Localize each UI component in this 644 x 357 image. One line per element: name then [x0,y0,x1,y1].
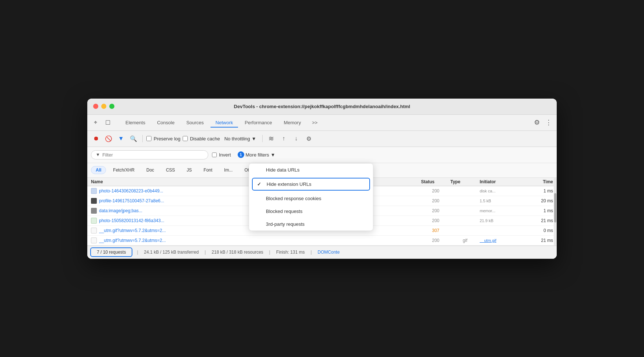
filter-input[interactable] [102,152,198,158]
maximize-button[interactable] [109,104,114,109]
filter-input-wrap: ▼ [91,150,208,159]
tab-performance[interactable]: Performance [239,118,277,128]
type-filter-js[interactable]: JS [182,166,197,174]
hide-extension-urls-check-icon: ✓ [257,181,263,187]
row-filename: photo-1505820013142-f86a343... [99,218,164,223]
third-party-requests-label: 3rd-party requests [266,221,305,227]
preserve-log-label: Preserve log [154,136,180,141]
devtools-window: DevTools - chrome-extension://pejkokffka… [87,99,557,259]
tab-console[interactable]: Console [152,118,180,128]
disable-cache-checkbox-label[interactable]: Disable cache [183,136,220,141]
disable-cache-label: Disable cache [190,136,220,141]
cursor-icon-button[interactable]: ⌖ [90,117,100,128]
tab-icons: ⌖ ☐ [90,117,113,128]
filter-icon-button[interactable]: ▼ [116,133,126,144]
more-filters-label: More filters [246,152,269,158]
row-time: 1 ms [524,188,553,194]
disable-cache-checkbox[interactable] [183,136,188,141]
titlebar: DevTools - chrome-extension://pejkokffka… [87,99,557,115]
invert-checkbox-label[interactable]: Invert [212,152,231,158]
throttling-caret-icon: ▼ [252,136,256,141]
type-filter-all[interactable]: All [91,166,106,174]
dropdown-item-third-party-requests[interactable]: 3rd-party requests [249,218,373,231]
tab-elements[interactable]: Elements [120,118,150,128]
close-button[interactable] [93,104,98,109]
settings-gear-icon[interactable]: ⚙ [532,117,542,128]
row-filename: profile-1496175100457-27a8e6... [99,198,164,203]
scrollbar[interactable] [554,178,557,246]
type-filter-doc[interactable]: Doc [142,166,159,174]
more-filters-caret-icon: ▼ [271,152,275,158]
devtools-body: ⌖ ☐ Elements Console Sources Network Per… [87,115,557,259]
minimize-button[interactable] [101,104,106,109]
row-status: 200 [421,188,450,194]
status-bar: 7 / 10 requests | 24.1 kB / 125 kB trans… [87,246,557,259]
dropdown-item-hide-extension-urls[interactable]: ✓ Hide extension URLs [252,178,370,191]
device-icon-button[interactable]: ☐ [103,117,113,128]
status-sep-2: | [203,250,207,255]
preserve-log-checkbox-label[interactable]: Preserve log [146,136,180,141]
dropdown-item-hide-data-urls[interactable]: Hide data URLs [249,163,373,176]
row-time: 21 ms [524,218,553,223]
type-filter-fetch-xhr[interactable]: Fetch/XHR [108,166,139,174]
row-time: 20 ms [524,198,553,203]
stop-recording-button[interactable]: ⏺ [91,133,101,144]
row-initiator: disk ca... [480,189,524,193]
throttling-dropdown[interactable]: No throttling ▼ [222,135,259,142]
table-row[interactable]: __utm.gif?utmwv=5.7.2&utms=2... 200 gif … [87,236,557,246]
col-header-type: Type [450,179,480,184]
type-filter-css[interactable]: CSS [161,166,180,174]
col-header-status: Status [421,179,450,184]
toolbar-right-icons: ≋ ↑ ↓ ⚙ [266,133,314,144]
row-filename: __utm.gif?utmwv=5.7.2&utms=2... [99,238,166,243]
blocked-response-cookies-label: Blocked response cookies [266,196,321,201]
invert-checkbox[interactable] [212,152,217,157]
row-initiator: 21.9 kB [480,218,524,223]
row-icon [91,198,97,204]
more-options-dots-icon[interactable]: ⋮ [544,117,554,128]
row-icon [91,218,97,224]
dropdown-item-blocked-requests[interactable]: Blocked requests [249,205,373,218]
throttling-label: No throttling [224,136,250,141]
more-filters-dropdown: Hide data URLs ✓ Hide extension URLs Blo… [249,163,373,231]
search-button[interactable]: 🔍 [128,133,139,144]
row-icon [91,228,97,233]
dropdown-item-blocked-response-cookies[interactable]: Blocked response cookies [249,192,373,205]
more-filters-button[interactable]: 1 More filters ▼ [235,150,278,159]
tab-sources[interactable]: Sources [181,118,209,128]
row-time: 0 ms [524,228,553,233]
scrollbar-thumb[interactable] [554,193,556,222]
tab-network[interactable]: Network [211,118,238,128]
preserve-log-checkbox[interactable] [146,136,151,141]
row-initiator: memor... [480,209,524,213]
toolbar-separator-2 [262,135,263,142]
row-name-cell: __utm.gif?utmwv=5.7.2&utms=2... [91,238,421,243]
row-icon [91,208,97,214]
row-status: 200 [421,218,450,223]
hide-extension-urls-label: Hide extension URLs [267,181,311,187]
wifi-icon-button[interactable]: ≋ [266,133,277,144]
row-initiator: 1.5 kB [480,199,524,203]
transferred-stat: 24.1 kB / 125 kB transferred [140,250,203,255]
type-filter-img[interactable]: Im... [219,166,237,174]
network-settings-gear-icon[interactable]: ⚙ [304,133,314,144]
import-button[interactable]: ↑ [279,133,289,144]
filter-bar: ▼ Invert 1 More filters ▼ Hide data URLs… [87,147,557,163]
type-filter-font[interactable]: Font [199,166,217,174]
toolbar: ⏺ 🚫 ▼ 🔍 Preserve log Disable cache No th… [87,131,557,147]
clear-button[interactable]: 🚫 [103,133,114,144]
more-filters-badge: 1 [238,151,244,158]
status-sep-3: | [268,250,272,255]
tab-memory[interactable]: Memory [279,118,306,128]
invert-label-text: Invert [219,152,231,158]
status-sep-1: | [135,250,139,255]
domconte-stat: DOMConte [313,250,344,255]
toolbar-separator-1 [142,135,143,142]
col-header-initiator: Initiator [480,179,524,184]
export-button[interactable]: ↓ [291,133,301,144]
row-filename: photo-1464306208223-e0b449... [99,188,163,194]
row-initiator: __utm.gif [480,238,524,243]
row-status: 307 [421,228,450,233]
tab-more-button[interactable]: >> [309,118,321,127]
row-icon [91,188,97,194]
